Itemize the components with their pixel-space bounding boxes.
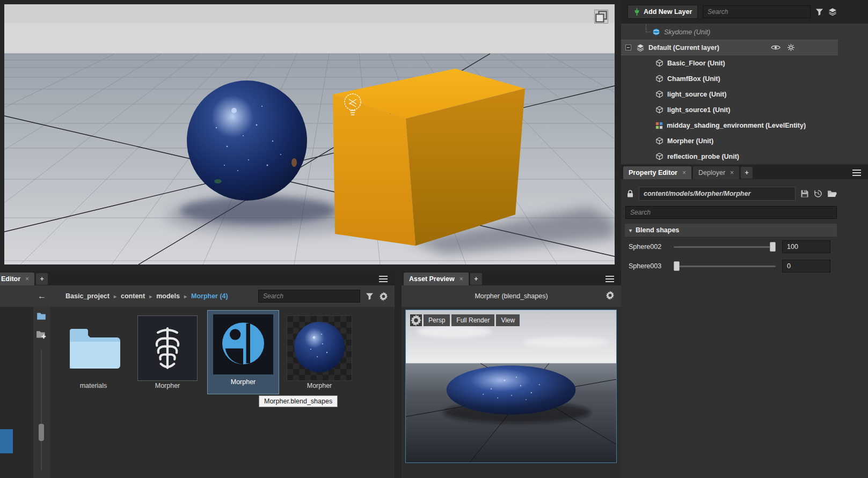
tab-asset-preview[interactable]: Asset Preview × bbox=[404, 273, 469, 285]
blendshape-icon bbox=[215, 317, 271, 372]
chevron-right-icon: ▸ bbox=[149, 293, 152, 299]
tree-item-default-layer[interactable]: − Default (Current layer) bbox=[621, 40, 838, 55]
close-icon[interactable]: × bbox=[682, 169, 686, 177]
blendshape-icon-frame bbox=[213, 314, 273, 374]
panel-menu-icon[interactable] bbox=[379, 276, 388, 282]
tab-deployer[interactable]: Deployer × bbox=[693, 166, 739, 179]
unit-cube-icon bbox=[655, 75, 663, 83]
tree-item-midday-shading[interactable]: midday_shading_environment (LevelEntity) bbox=[621, 117, 868, 133]
add-tab-button[interactable]: + bbox=[36, 273, 48, 285]
breadcrumb-item[interactable]: models bbox=[156, 292, 180, 300]
asset-browser-tabbar: Editor × + bbox=[0, 271, 395, 285]
tile-label[interactable]: materials bbox=[64, 382, 122, 389]
back-arrow-button[interactable]: ← bbox=[38, 291, 46, 301]
popout-viewport-button[interactable] bbox=[594, 10, 608, 24]
history-icon bbox=[814, 189, 822, 198]
add-layer-label: Add New Layer bbox=[644, 8, 692, 16]
layers-icon bbox=[828, 8, 837, 16]
main-3d-viewport[interactable] bbox=[4, 4, 615, 264]
unit-cube-icon bbox=[655, 137, 663, 145]
tree-item-label: Basic_Floor (Unit) bbox=[667, 60, 725, 67]
tile-morpher-blendshapes-selected[interactable]: Morpher bbox=[207, 310, 279, 394]
asset-preview-panel: Asset Preview × + Morpher (blend_shapes) bbox=[402, 271, 621, 478]
property-editor-body: ▾ Blend shapes Sphere002 Sphere003 bbox=[621, 187, 868, 275]
asset-tooltip: Morpher.blend_shapes bbox=[259, 395, 338, 407]
add-new-layer-button[interactable]: Add New Layer bbox=[628, 5, 698, 19]
tile-label[interactable]: Morpher bbox=[137, 382, 198, 389]
tree-item-reflection-probe[interactable]: reflection_probe (Unit) bbox=[621, 149, 868, 164]
tile-label[interactable]: Morpher bbox=[287, 382, 352, 389]
tile-morpher-sphere[interactable] bbox=[287, 315, 352, 381]
breadcrumb-item[interactable]: content bbox=[121, 292, 145, 300]
asset-browser-toolbar: ← Basic_project ▸ content ▸ models ▸ Mor… bbox=[0, 285, 395, 307]
add-tab-button[interactable]: + bbox=[741, 167, 753, 179]
asset-filter-button[interactable] bbox=[366, 292, 374, 300]
slider-handle[interactable] bbox=[674, 261, 680, 271]
asset-grid: materials Morpher bbox=[50, 307, 395, 478]
layer-visibility-button[interactable] bbox=[771, 43, 781, 52]
scrollbar-track[interactable] bbox=[41, 350, 42, 470]
scrollbar-handle[interactable] bbox=[39, 424, 44, 441]
breadcrumb-item[interactable]: Basic_project bbox=[65, 292, 110, 300]
selected-folder-chip[interactable] bbox=[0, 429, 13, 453]
tree-item-morpher[interactable]: Morpher (Unit) bbox=[621, 133, 868, 149]
panel-menu-icon[interactable] bbox=[606, 276, 614, 282]
folder-tree-strip bbox=[0, 307, 33, 478]
tree-item-chamfbox[interactable]: ChamfBox (Unit) bbox=[621, 71, 868, 86]
tree-item-skydome[interactable]: Skydome (Unit) bbox=[621, 24, 868, 40]
tree-item-label: reflection_probe (Unit) bbox=[667, 153, 739, 160]
gear-icon bbox=[606, 291, 615, 300]
tree-item-light-source[interactable]: light_source (Unit) bbox=[621, 86, 868, 102]
slider-track[interactable] bbox=[674, 266, 776, 267]
save-button[interactable] bbox=[800, 189, 809, 198]
breadcrumb-item-current[interactable]: Morpher (4) bbox=[191, 292, 228, 300]
panel-menu-icon[interactable] bbox=[852, 170, 861, 176]
slider-handle[interactable] bbox=[770, 242, 776, 252]
persp-button[interactable]: Persp bbox=[424, 314, 450, 326]
folder-icon bbox=[37, 312, 46, 320]
sphere003-value-input[interactable] bbox=[782, 260, 830, 273]
chevron-right-icon: ▸ bbox=[114, 293, 116, 299]
sphere002-slider[interactable] bbox=[674, 242, 776, 252]
sphere002-value-input[interactable] bbox=[782, 240, 830, 253]
add-folder-button[interactable] bbox=[36, 330, 47, 340]
close-icon[interactable]: × bbox=[730, 169, 734, 177]
blend-shapes-section-header[interactable]: ▾ Blend shapes bbox=[625, 224, 837, 237]
outliner-layers-button[interactable] bbox=[828, 8, 837, 16]
tree-item-basic-floor[interactable]: Basic_Floor (Unit) bbox=[621, 55, 868, 71]
open-folder-button[interactable] bbox=[827, 190, 837, 197]
preview-viewport[interactable]: Persp Full Render View bbox=[405, 310, 617, 463]
outliner-filter-button[interactable] bbox=[815, 8, 823, 16]
collapse-expander-icon[interactable]: − bbox=[625, 45, 631, 50]
asset-settings-button[interactable] bbox=[379, 292, 388, 301]
asset-search-input[interactable] bbox=[258, 290, 360, 303]
preview-settings-button[interactable] bbox=[606, 291, 615, 300]
outliner-search-input[interactable] bbox=[703, 5, 811, 18]
history-button[interactable] bbox=[814, 189, 822, 198]
breadcrumb: Basic_project ▸ content ▸ models ▸ Morph… bbox=[65, 292, 228, 300]
sphere003-slider[interactable] bbox=[674, 261, 776, 271]
tab-editor[interactable]: Editor × bbox=[0, 273, 34, 285]
new-folder-button[interactable] bbox=[37, 312, 46, 320]
tile-label[interactable]: Morpher bbox=[208, 378, 279, 386]
preview-camera-settings-button[interactable] bbox=[410, 314, 422, 326]
tree-item-label: midday_shading_environment (LevelEntity) bbox=[667, 122, 806, 129]
full-render-button[interactable]: Full Render bbox=[451, 314, 494, 326]
sun-icon bbox=[787, 43, 795, 52]
view-button[interactable]: View bbox=[496, 314, 520, 326]
slider-track[interactable] bbox=[674, 246, 776, 248]
add-tab-button[interactable]: + bbox=[470, 273, 482, 285]
close-icon[interactable]: × bbox=[459, 275, 463, 283]
asset-path-input[interactable] bbox=[639, 187, 796, 201]
tile-materials-folder[interactable] bbox=[64, 319, 122, 377]
preview-scene bbox=[406, 310, 616, 462]
unit-cube-icon bbox=[655, 59, 663, 67]
property-search-input[interactable] bbox=[625, 206, 837, 219]
tree-item-light-source1[interactable]: light_source1 (Unit) bbox=[621, 102, 868, 117]
tile-morpher-skeleton[interactable] bbox=[137, 315, 198, 381]
tab-label: Deployer bbox=[698, 169, 725, 177]
close-icon[interactable]: × bbox=[25, 275, 29, 283]
layer-freeze-button[interactable] bbox=[787, 43, 795, 52]
lock-icon[interactable] bbox=[626, 189, 634, 198]
tab-property-editor[interactable]: Property Editor × bbox=[623, 166, 691, 179]
